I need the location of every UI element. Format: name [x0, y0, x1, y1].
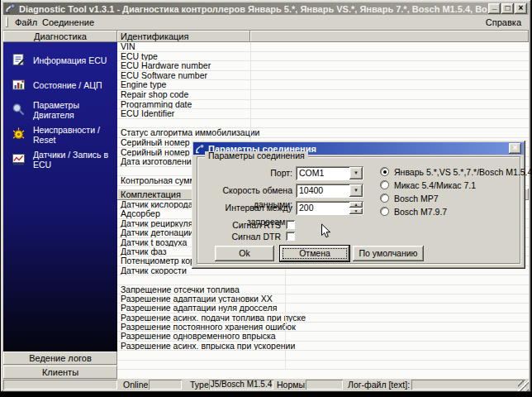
default-button[interactable]: По умолчанию [353, 246, 424, 261]
online-label: Online: [123, 380, 150, 390]
norms-value-box [306, 380, 343, 390]
close-button[interactable]: × [515, 3, 527, 14]
baud-value: 10400 [299, 184, 349, 198]
radio-label: Январь 5.*,VS 5.*,7.*/Bosch M1.5.4(N) [394, 167, 532, 177]
table-row[interactable] [117, 119, 529, 129]
menu-help[interactable]: Справка [482, 15, 525, 30]
group-title: Параметры соединения [205, 151, 308, 160]
table-row[interactable]: Разрешение адаптации нуля дросселя [117, 304, 529, 313]
logfile-label: Лог-файл [text]: [348, 380, 410, 390]
row-label: ECU Software number [117, 71, 529, 80]
table-row[interactable]: Разрешение асинх. впрыска при ускорении [117, 342, 529, 351]
ok-button[interactable]: Ok [215, 246, 274, 261]
table-row[interactable]: Статус алгоритма иммобилизации [117, 128, 529, 138]
dtr-checkbox[interactable] [286, 232, 295, 241]
norms-label: Нормы: [277, 380, 307, 390]
type-label: Type: [190, 380, 211, 390]
minimize-button[interactable]: _ [488, 3, 501, 14]
row-label: Repair shop code [117, 90, 529, 99]
table-row[interactable]: Запрещение отсечки топлива [117, 285, 529, 294]
sidebar: Диагностика Информация ECU Состояние / А… [3, 31, 117, 379]
chevron-down-icon[interactable]: ▼ [349, 184, 363, 197]
table-row[interactable]: Разрешение асинх. подачи топлива при пус… [117, 313, 529, 323]
maximize-button[interactable]: □ [501, 3, 514, 14]
table-row[interactable] [117, 275, 529, 285]
identification-table-header: Идентификация [117, 31, 529, 42]
rts-checkbox[interactable] [286, 220, 295, 229]
sidebar-item-status-adc[interactable]: Состояние / АЦП [12, 78, 117, 92]
table-row[interactable]: Programming date [117, 100, 529, 110]
table-row[interactable]: VIN [117, 42, 529, 52]
row-label: Запрещение отсечки топлива [117, 285, 529, 294]
sidebar-item-faults-reset[interactable]: Неисправности / Reset [12, 127, 117, 141]
radio-bosch-mp7[interactable] [380, 194, 389, 203]
row-label: ECU type [117, 52, 529, 61]
table-row[interactable]: Repair shop code [117, 90, 529, 100]
row-label: ECU Hardware number [117, 61, 529, 70]
column-header-identification: Идентификация [117, 31, 250, 42]
mouse-cursor-icon [321, 223, 331, 240]
table-row[interactable]: Разрешение адаптации установки ХХ [117, 294, 529, 304]
row-label: Статус алгоритма иммобилизации [117, 128, 529, 137]
row-label: Разрешение постоянного хранения ошибок [117, 323, 529, 332]
row-label: Разрешение адаптации нуля дросселя [117, 304, 529, 313]
spin-down-icon[interactable]: ▼ [349, 208, 363, 214]
chevron-down-icon[interactable]: ▼ [349, 167, 363, 179]
menu-file[interactable]: Файл [11, 15, 41, 30]
radio-selected-dot [383, 170, 387, 174]
table-row[interactable]: Разрешение постоянного хранения ошибок [117, 323, 529, 332]
engine-params-icon [12, 103, 26, 117]
row-label: Разрешение одновременного впрыска [117, 332, 529, 341]
table-row[interactable] [117, 361, 529, 370]
sensors-write-icon [12, 152, 26, 166]
table-row[interactable]: ECU Software number [117, 71, 529, 81]
dialog-close-button[interactable]: × [509, 143, 521, 154]
port-select[interactable]: COM1 ▼ [296, 166, 363, 180]
radio-january5-bosch-m154[interactable] [380, 167, 389, 176]
table-row[interactable] [117, 351, 529, 360]
baud-select[interactable]: 10400 ▼ [296, 184, 363, 198]
radio-label: Bosch MP7 [394, 194, 439, 203]
online-value-box [149, 380, 182, 390]
clients-button[interactable]: Клиенты [3, 366, 117, 379]
sidebar-item-engine-params[interactable]: Параметры Двигателя [12, 103, 117, 117]
sidebar-item-sensors-write[interactable]: Датчики / Запись в ECU [12, 152, 117, 166]
table-row[interactable]: ECU Identifier [117, 109, 529, 119]
dtr-label: Сигнал DTR [198, 232, 281, 242]
window-title: Diagnostic Tool v1.3.1 - Диагностика кон… [19, 4, 487, 14]
port-value: COM1 [299, 166, 349, 180]
table-row[interactable]: Engine type [117, 80, 529, 90]
row-label: Programming date [117, 100, 529, 109]
spin-up-icon[interactable]: ▲ [349, 202, 363, 208]
port-label: Порт: [198, 166, 292, 180]
app-icon [5, 3, 17, 14]
row-label: Engine type [117, 80, 529, 89]
sidebar-item-label: Информация ECU [33, 55, 107, 65]
sidebar-item-label: Датчики / Запись в ECU [33, 150, 117, 170]
maximize-icon: □ [505, 3, 510, 12]
window-titlebar[interactable]: Diagnostic Tool v1.3.1 - Диагностика кон… [3, 2, 529, 15]
status-bar: Online: Type: J5/Bosch M1.5.4 Нормы: Лог… [3, 379, 529, 391]
column-header-value [250, 31, 529, 42]
status-panel-empty [3, 380, 117, 390]
interval-input[interactable]: 200 ▲ ▼ [296, 201, 363, 215]
row-label: ECU Identifier [117, 109, 529, 118]
row-label: Разрешение асинх. подачи топлива при пус… [117, 313, 529, 323]
cancel-button[interactable]: Отмена [279, 245, 350, 262]
resize-grip[interactable] [518, 380, 529, 391]
minimize-icon: _ [488, 3, 501, 8]
sidebar-item-ecu-info[interactable]: Информация ECU [12, 53, 117, 67]
sidebar-header: Диагностика [3, 31, 117, 42]
radio-mikas[interactable] [380, 180, 389, 189]
table-row[interactable]: Разрешение одновременного впрыска [117, 332, 529, 341]
logfile-value-box [411, 380, 525, 390]
table-row[interactable]: ECU Hardware number [117, 61, 529, 71]
logs-button[interactable]: Ведение логов [3, 352, 117, 365]
menu-connection[interactable]: Соединение [38, 15, 98, 30]
radio-label: Bosch M7.9.7 [394, 207, 447, 217]
radio-bosch-m797[interactable] [380, 207, 389, 216]
screen: Diagnostic Tool v1.3.1 - Диагностика кон… [0, 0, 532, 397]
table-row[interactable]: ECU type [117, 52, 529, 62]
ecu-info-icon [12, 53, 26, 67]
close-icon: × [513, 143, 518, 152]
